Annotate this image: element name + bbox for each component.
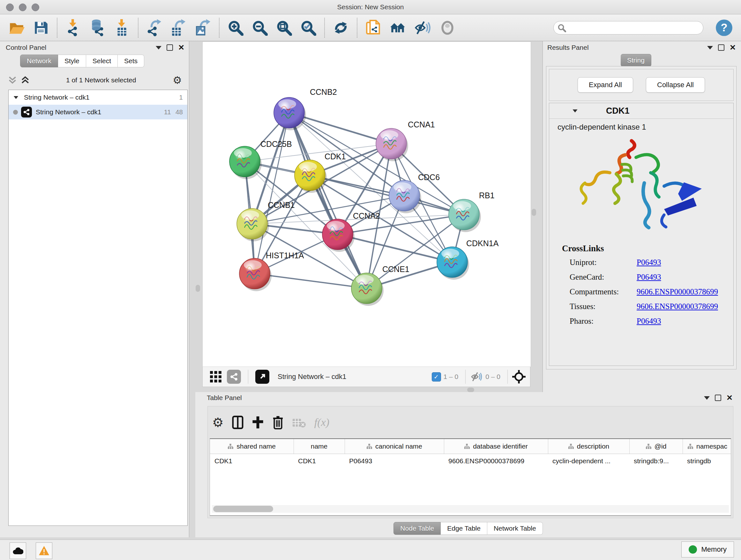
export-network-button[interactable] [145, 18, 164, 38]
open-session-button[interactable] [7, 18, 26, 38]
scrollbar-thumb[interactable] [213, 506, 273, 512]
right-splitter-handle[interactable] [532, 209, 536, 216]
toolbar-separator [138, 18, 138, 38]
network-view-share-button[interactable] [226, 368, 242, 385]
network-node-RB1[interactable]: RB1 [449, 191, 495, 232]
collapse-panel-icon[interactable] [707, 46, 713, 50]
network-collection-row[interactable]: String Network – cdk1 1 [9, 90, 187, 105]
collapse-all-icon[interactable] [8, 76, 17, 84]
network-options-gear-icon[interactable]: ⚙ [173, 75, 182, 85]
houses-icon [389, 19, 406, 37]
node-label: CCNA1 [408, 120, 435, 129]
fit-content-crosshair-icon[interactable] [512, 370, 526, 383]
column-header[interactable]: namespac [683, 439, 731, 454]
node-label: CCNA2 [353, 211, 380, 220]
import-network-from-file-button[interactable] [64, 18, 83, 38]
show-all-button[interactable] [437, 18, 457, 38]
close-panel-icon[interactable]: ✕ [726, 395, 733, 400]
import-table-from-file-button[interactable] [112, 18, 132, 38]
collection-expander-icon[interactable] [14, 96, 18, 99]
crosslinks-heading: CrossLinks [562, 244, 727, 253]
column-header[interactable]: canonical name [345, 439, 444, 454]
hide-selected-button[interactable] [412, 19, 433, 37]
memory-button[interactable]: Memory [681, 542, 734, 557]
table-row[interactable]: CDK1CDK1 P064939606.ENSP00000378699 cycl… [210, 454, 731, 469]
close-panel-icon[interactable]: ✕ [178, 45, 185, 50]
float-panel-icon[interactable] [166, 44, 173, 51]
delete-table-icon [292, 417, 306, 428]
collapse-panel-icon[interactable] [704, 396, 710, 400]
delete-column-icon[interactable] [272, 415, 284, 429]
toolbar-separator [248, 370, 248, 384]
column-header[interactable]: shared name [210, 439, 293, 454]
export-table-button[interactable] [169, 18, 189, 38]
column-header[interactable]: database identifier [444, 439, 548, 454]
tab-network[interactable]: Network [20, 55, 58, 67]
toolbar-separator [324, 18, 325, 38]
network-row[interactable]: String Network – cdk1 11 48 [9, 105, 187, 119]
crosslink-label: Uniprot: [569, 258, 636, 267]
search-input[interactable] [553, 21, 703, 35]
close-panel-icon[interactable]: ✕ [730, 45, 736, 50]
eye-icon [439, 19, 456, 37]
zoom-selected-icon [300, 19, 317, 37]
pharos-link[interactable]: P06493 [636, 317, 661, 326]
hidden-eye-slash-icon[interactable] [470, 371, 483, 382]
selected-checkbox[interactable]: ✓ [432, 372, 441, 381]
save-session-button[interactable] [31, 18, 51, 38]
genecard-link[interactable]: P06493 [636, 273, 661, 282]
expand-all-icon[interactable] [21, 76, 29, 84]
left-splitter-handle[interactable] [196, 285, 200, 292]
network-node-CDC6[interactable]: CDC6 [389, 173, 440, 213]
horizontal-scrollbar[interactable] [212, 505, 729, 513]
tab-string[interactable]: String [621, 54, 651, 67]
tab-network-table[interactable]: Network Table [487, 522, 543, 535]
zoom-out-button[interactable] [250, 18, 270, 38]
node-table[interactable]: shared name name canonical name database… [210, 438, 731, 516]
table-options-gear-icon[interactable]: ⚙ [212, 416, 224, 429]
refresh-button[interactable] [331, 18, 351, 38]
compartments-link[interactable]: 9606.ENSP00000378699 [636, 287, 718, 296]
bottom-splitter-handle[interactable] [467, 388, 474, 392]
help-button[interactable]: ? [714, 17, 734, 38]
show-grid-button[interactable] [208, 369, 223, 384]
column-header[interactable]: @id [629, 439, 683, 454]
birds-eye-view-button[interactable] [254, 368, 271, 385]
network-node-CCNA1[interactable]: CCNA1 [376, 120, 435, 161]
float-panel-icon[interactable] [715, 395, 721, 401]
import-network-from-database-button[interactable] [88, 18, 108, 38]
column-header[interactable]: name [293, 439, 345, 454]
clone-network-button[interactable] [363, 18, 383, 38]
network-node-HIST1H1A[interactable]: HIST1H1A [239, 251, 304, 291]
add-column-icon[interactable] [252, 416, 264, 429]
collapse-all-button[interactable]: Collapse All [646, 77, 705, 92]
tab-style[interactable]: Style [58, 55, 86, 67]
network-node-CCNB1[interactable]: CCNB1 [237, 200, 295, 241]
collapse-panel-icon[interactable] [156, 46, 161, 50]
warnings-button[interactable] [36, 543, 52, 559]
float-panel-icon[interactable] [718, 44, 724, 51]
network-canvas[interactable]: CCNB2CCNA1CDC25BCDK1CDC6RB1CCNB1CCNA2CDK… [202, 42, 531, 367]
first-neighbors-button[interactable] [388, 18, 408, 38]
cloud-button[interactable] [10, 543, 26, 559]
tissues-link[interactable]: 9606.ENSP00000378699 [636, 302, 718, 311]
zoom-in-button[interactable] [226, 18, 246, 38]
network-node-CDK1[interactable]: CDK1 [294, 152, 346, 193]
export-image-button[interactable] [193, 18, 213, 38]
show-columns-icon[interactable] [232, 416, 244, 429]
network-node-CDKN1A[interactable]: CDKN1A [437, 239, 499, 280]
tab-node-table[interactable]: Node Table [394, 522, 441, 535]
string-results-box: Expand All Collapse All CDK1 cyclin-depe… [546, 66, 737, 369]
tab-edge-table[interactable]: Edge Table [441, 522, 487, 535]
uniprot-link[interactable]: P06493 [636, 258, 661, 267]
tab-select[interactable]: Select [86, 55, 118, 67]
network-view-title: String Network – cdk1 [278, 373, 432, 381]
protein-expander-icon[interactable] [572, 109, 577, 112]
zoom-selected-button[interactable] [298, 18, 318, 38]
column-header[interactable]: description [548, 439, 629, 454]
network-node-CDC25B[interactable]: CDC25B [229, 139, 292, 179]
tab-sets[interactable]: Sets [118, 55, 144, 67]
zoom-fit-button[interactable] [274, 18, 294, 38]
expand-all-button[interactable]: Expand All [578, 77, 633, 92]
network-node-CCNE1[interactable]: CCNE1 [351, 265, 409, 306]
